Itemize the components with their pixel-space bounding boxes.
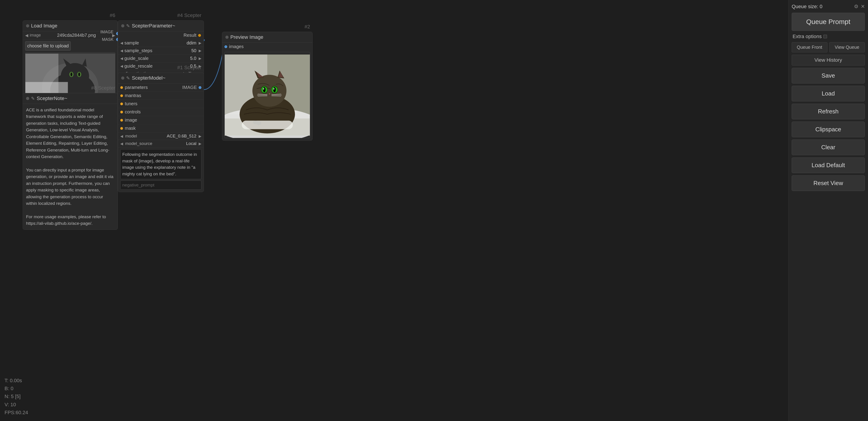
model-output-connector[interactable]	[199, 86, 202, 89]
preview-node-id: #2	[305, 24, 310, 30]
svg-point-9	[70, 73, 72, 77]
prev-image-btn[interactable]: ◀	[25, 33, 28, 38]
view-queue-button[interactable]: View Queue	[829, 42, 865, 52]
gear-icon[interactable]: ⚙	[854, 4, 859, 9]
right-panel: Queue size: 0 ⚙ ✕ Queue Prompt Extra opt…	[788, 0, 868, 421]
model-input-image: image	[118, 116, 204, 124]
load-image-status-dot	[26, 24, 29, 27]
prompt-text[interactable]: Following the segmentation outcome in ma…	[120, 149, 202, 179]
svg-line-34	[258, 96, 267, 96]
note-text: ACE is a unified foundational model fram…	[23, 104, 118, 229]
model-label: model	[124, 134, 165, 139]
clipspace-button[interactable]: Clipspace	[792, 121, 865, 137]
reset-view-button[interactable]: Reset View	[792, 175, 865, 191]
model-source-row[interactable]: ◀ model_source Local ▶	[118, 140, 204, 147]
model-value: ACE_0.6B_512	[167, 134, 196, 139]
close-icon[interactable]: ✕	[861, 4, 865, 9]
images-label: images	[229, 44, 244, 49]
model-input-mask: mask	[118, 124, 204, 133]
param-node-header: ✎ ScepterParameter~	[118, 21, 204, 31]
svg-point-10	[78, 73, 80, 77]
param-title: ScepterParameter~	[132, 23, 175, 29]
note-node-id: #8 Scepter	[91, 85, 115, 91]
svg-rect-41	[242, 121, 293, 129]
image-input-dot	[120, 119, 123, 121]
preview-status-dot	[225, 36, 228, 39]
status-t: T: 0.00s	[4, 376, 28, 385]
load-button[interactable]: Load	[792, 86, 865, 102]
extra-options-checkbox[interactable]	[824, 35, 827, 38]
param-icon: ✎	[126, 23, 130, 29]
model-node-id: #1 Scepter	[177, 65, 202, 71]
queue-front-button[interactable]: Queue Front	[792, 42, 828, 52]
image-label: image	[30, 33, 41, 38]
tuners-input-dot	[120, 103, 123, 105]
model-input-tuners: tuners	[118, 100, 204, 108]
panel-icons: ⚙ ✕	[854, 4, 865, 9]
mask-input-dot	[120, 127, 123, 130]
param-row-sample: ◀ sample ddim ▶	[118, 39, 204, 47]
param-row-guide-scale: ◀ guide_scale 5.0 ▶	[118, 55, 204, 62]
preview-node-header: Preview Image	[222, 32, 312, 43]
result-label: Result	[184, 33, 196, 38]
sub-btn-row: Queue Front View Queue	[792, 42, 865, 52]
upload-button[interactable]: choose file to upload	[25, 41, 71, 51]
preview-input-row: images	[222, 43, 312, 50]
queue-prompt-button[interactable]: Queue Prompt	[792, 13, 865, 31]
load-default-button[interactable]: Load Default	[792, 158, 865, 173]
result-row: Result	[118, 31, 204, 39]
model-source-value: Local	[186, 141, 196, 146]
model-input-mantras: mantras	[118, 92, 204, 100]
panel-header: Queue size: 0 ⚙ ✕	[792, 4, 865, 9]
images-input-dot	[224, 45, 227, 48]
status-bar: T: 0.00s B: 0 N: 5 [5] V: 10 FPS:60.24	[4, 376, 28, 417]
output-mask-label: MASK	[102, 37, 114, 42]
mantras-input-dot	[120, 94, 123, 97]
svg-point-29	[263, 88, 264, 90]
note-node-header: ✎ ScepterNote~	[23, 93, 118, 104]
save-button[interactable]: Save	[792, 68, 865, 83]
note-title: ScepterNote~	[37, 95, 67, 102]
svg-point-27	[263, 87, 266, 92]
svg-point-30	[273, 88, 275, 90]
model-input-parameters: parameters IMAGE	[118, 83, 204, 92]
cat-photo-svg	[225, 52, 310, 138]
status-b: B: 0	[4, 385, 28, 392]
load-image-node-id: #6	[110, 12, 115, 18]
extra-options-row: Extra options	[792, 33, 865, 40]
preview-image-node: #2 Preview Image images	[222, 32, 313, 141]
param-row-sample-steps: ◀ sample_steps 50 ▶	[118, 47, 204, 55]
parameters-input-dot	[120, 86, 123, 89]
note-icon: ✎	[31, 96, 35, 101]
preview-image-container	[224, 52, 310, 138]
negative-prompt[interactable]: negative_prompt	[120, 180, 202, 190]
model-node-header: ✎ ScepterModel~	[118, 73, 204, 83]
status-n: N: 5 [5]	[4, 392, 28, 400]
scepter-note-node: #8 Scepter ✎ ScepterNote~ ACE is a unifi…	[23, 93, 118, 230]
status-v: V: 10	[4, 400, 28, 409]
controls-input-dot	[120, 111, 123, 113]
svg-point-18	[252, 75, 286, 107]
model-status-dot	[121, 77, 124, 80]
model-input-controls: controls	[118, 108, 204, 116]
refresh-button[interactable]: Refresh	[792, 104, 865, 119]
scepter-model-node: #1 Scepter ✎ ScepterModel~ parameters IM…	[118, 73, 204, 192]
canvas-area[interactable]: #6 Load Image IMAGE MASK ◀ image 249cda2…	[0, 0, 788, 421]
model-icon: ✎	[126, 75, 130, 81]
clear-button[interactable]: Clear	[792, 140, 865, 155]
param-status-dot	[121, 24, 124, 27]
view-history-button[interactable]: View History	[792, 55, 865, 65]
result-connector[interactable]	[198, 34, 201, 37]
preview-title: Preview Image	[230, 34, 264, 40]
model-selector-row[interactable]: ◀ model ACE_0.6B_512 ▶	[118, 133, 204, 140]
note-status-dot	[26, 97, 29, 100]
param-node-id: #4 Scepter	[177, 12, 202, 18]
model-title: ScepterModel~	[132, 75, 165, 81]
extra-options-label: Extra options	[793, 34, 822, 39]
load-image-title: Load Image	[31, 23, 57, 29]
svg-line-37	[272, 96, 281, 96]
queue-size-label: Queue size: 0	[792, 4, 823, 9]
output-image-label: IMAGE	[100, 30, 114, 34]
model-source-label: model_source	[124, 141, 185, 146]
svg-point-28	[273, 87, 276, 92]
